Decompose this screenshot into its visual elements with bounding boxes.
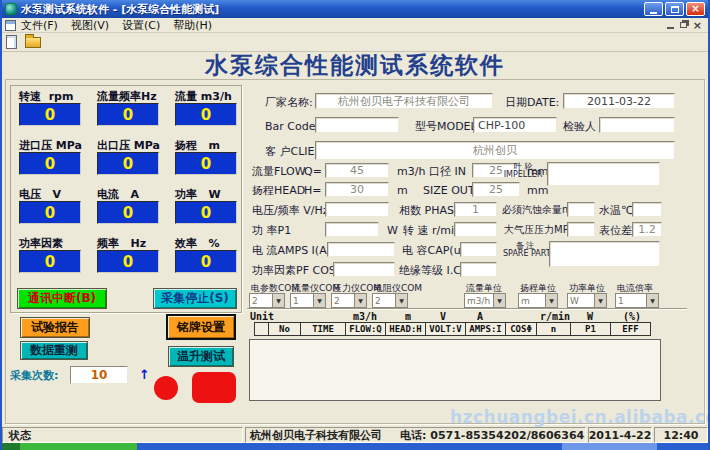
combo-power-unit[interactable]: W▼ [567,293,607,308]
child-minimize-icon[interactable] [667,27,674,29]
size-out-field[interactable]: 25 [472,182,520,197]
impeller-field[interactable] [547,162,660,186]
child-window-icon[interactable] [5,20,16,31]
combo-current-ratio[interactable]: 1▼ [615,293,659,308]
gauge-diff-field[interactable]: 1.2 [632,222,662,237]
data-table-header: No TIME FLOW:Q HEAD:H VOLT:V AMPS:I COSΦ… [254,322,651,336]
meter-display-flow: 0 [175,103,237,126]
date-label: 日期DATE: [505,97,559,109]
manufacturer-field[interactable]: 杭州创贝电子科技有限公司 [315,93,493,109]
client-field[interactable]: 杭州创贝 [315,141,675,160]
flow-field[interactable]: 45 [325,163,389,178]
test-report-button[interactable]: 试验报告 [20,317,90,338]
app-window: 水泵测试系统软件 - [水泵综合性能测试] × 文件(F) 视图(V) 设置(C… [0,0,710,450]
comm-interrupt-button[interactable]: 通讯中断(B) [17,288,107,309]
taskbar-green-segment [20,443,137,450]
data-table-body[interactable] [249,339,661,401]
water-temp-field[interactable] [632,202,662,217]
status-panel: 状态 [2,427,243,443]
stop-collect-button[interactable]: 采集停止(S) [153,288,237,309]
combo-pressure-com[interactable]: 2▼ [331,293,367,308]
meter-display-head: 0 [175,152,237,175]
col-p1: P1 [570,323,610,335]
volt-freq-field[interactable] [325,202,389,217]
meters-panel: 转速 rpm0 流量频率Hz0 流量 m3/h0 进口压 MPa0 出口压 MP… [10,85,242,313]
window-title: 水泵测试系统软件 - [水泵综合性能测试] [21,2,219,17]
unit-row-label: Unit [250,311,274,322]
sample-count-input[interactable]: 10 [70,366,128,384]
menu-help[interactable]: 帮助(H) [173,18,212,33]
col-n: n [536,323,570,335]
new-file-icon[interactable] [6,35,17,49]
menu-settings[interactable]: 设置(C) [122,18,160,33]
meter-label: 扬程 m [175,138,245,152]
insulation-field[interactable] [460,262,497,277]
open-file-icon[interactable] [25,37,41,48]
chevron-down-icon[interactable]: ▼ [646,294,658,307]
flow-unit-label: m3/h [397,166,425,178]
model-field[interactable]: CHP-100 [473,117,557,133]
col-head: HEAD:H [385,323,425,335]
meter-label: 电压 V [19,187,97,201]
speed-field[interactable] [454,222,497,237]
capacitor-field[interactable] [460,242,497,257]
minimize-button[interactable] [644,2,663,16]
combo-flow-unit[interactable]: m3/h▼ [464,293,506,308]
flow-eq-label: Q= [304,166,322,178]
temp-rise-test-button[interactable]: 温升测试 [168,346,234,367]
phase-field[interactable]: 1 [454,202,497,217]
npsh-field[interactable] [567,202,595,217]
unit-head: m [405,311,411,322]
up-arrow-icon[interactable]: ↑ [139,367,150,382]
meters-grid: 转速 rpm0 流量频率Hz0 流量 m3/h0 进口压 MPa0 出口压 MP… [11,86,241,285]
note-field[interactable] [549,241,660,267]
child-close-icon[interactable]: × [693,20,702,31]
meter-label: 流量 m3/h [175,89,245,103]
unit-amps: A [477,311,483,322]
speed-label: 转 速 r/min [403,225,461,237]
power-label: 功 率P1 [252,225,291,237]
chevron-down-icon[interactable]: ▼ [493,294,505,307]
sample-count-label: 采集次数: [10,368,58,383]
chevron-down-icon[interactable]: ▼ [272,294,284,307]
watermark: hzchuangbei.cn.alibaba.com [450,407,710,427]
col-amps: AMPS:I [465,323,505,335]
data-retest-button[interactable]: 数据重测 [20,341,88,360]
maximize-icon [671,6,679,13]
nameplate-setting-button[interactable]: 铭牌设置 [166,314,236,340]
combo-eparam-com[interactable]: 2▼ [249,293,285,308]
close-button[interactable]: × [686,2,705,16]
col-no: No [268,323,300,335]
pf-field[interactable] [333,262,395,277]
chevron-down-icon[interactable]: ▼ [395,294,407,307]
chevron-down-icon[interactable]: ▼ [313,294,325,307]
combo-head-unit[interactable]: m▼ [518,293,558,308]
meter-display-current: 0 [97,201,159,224]
head-field[interactable]: 30 [325,182,389,197]
date-field[interactable]: 2011-03-22 [563,93,675,109]
meter-display-inlet-pressure: 0 [19,152,81,175]
menu-view[interactable]: 视图(V) [71,18,109,33]
meter-label: 进口压 MPa [19,138,97,152]
combo-resistance-com[interactable]: 2▼ [372,293,408,308]
app-icon [5,3,17,15]
atm-pressure-field[interactable] [567,222,595,237]
barcode-field[interactable] [315,117,399,133]
divider [247,308,687,310]
chevron-down-icon[interactable]: ▼ [354,294,366,307]
page-title: 水泵综合性能测试系统软件 [2,50,708,78]
amps-field[interactable] [327,242,395,257]
menu-file[interactable]: 文件(F) [21,18,58,33]
npsh-label: 必须汽蚀余量m [502,205,572,216]
child-restore-icon[interactable] [680,22,687,28]
combo-flowmeter-com[interactable]: 1▼ [290,293,326,308]
power-field[interactable] [325,222,379,237]
col-flow: FLOW:Q [345,323,385,335]
chevron-down-icon[interactable]: ▼ [545,294,557,307]
meter-display-efficiency: 0 [175,250,237,273]
flow-label: 流量FLOW [252,166,306,178]
chevron-down-icon[interactable]: ▼ [594,294,606,307]
maximize-button[interactable] [665,2,684,16]
inspector-field[interactable] [599,117,675,133]
pf-label: 功率因素PF COSΦ [252,265,344,277]
